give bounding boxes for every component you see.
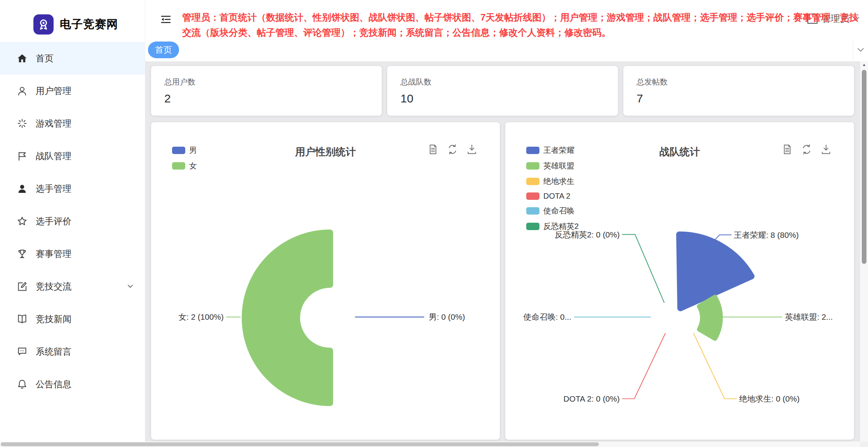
vertical-scrollbar[interactable]: ▲ <box>860 61 868 442</box>
label-line-fkjy2 <box>622 234 664 303</box>
team-flag-icon <box>17 151 27 161</box>
chevron-down-icon <box>853 17 859 21</box>
legend-item-male[interactable]: 男 <box>172 145 197 156</box>
legend-label: 女 <box>189 161 197 171</box>
team-chart-toolbox <box>781 144 832 155</box>
chevron-down-icon <box>857 48 864 52</box>
stat-value: 10 <box>400 92 618 105</box>
sidebar-item-announcements[interactable]: 公告信息 <box>0 368 145 400</box>
scrollbar-corner <box>860 442 868 447</box>
legend-swatch <box>526 207 539 215</box>
legend-swatch <box>526 223 539 230</box>
sidebar: 电子竞赛网 首页 用户管理 <box>0 0 145 442</box>
app-title: 电子竞赛网 <box>60 17 118 32</box>
legend-item-wzry[interactable]: 王者荣耀 <box>526 145 579 156</box>
sidebar-item-label: 竞技交流 <box>36 281 71 293</box>
horizontal-scrollbar-thumb[interactable] <box>1 442 599 446</box>
gender-pie-chart[interactable]: 女: 2 (100%) 男: 0 (0%) <box>151 122 500 440</box>
sidebar-item-label: 战队管理 <box>36 150 71 162</box>
pie-slice-yxlm[interactable] <box>699 297 720 339</box>
legend-item-female[interactable]: 女 <box>172 161 197 171</box>
legend-label: 绝地求生 <box>543 176 574 187</box>
label-line-dota2 <box>622 333 666 399</box>
legend-item-smzh[interactable]: 使命召唤 <box>526 206 579 216</box>
refresh-icon[interactable] <box>447 144 458 155</box>
stat-label: 总战队数 <box>400 77 618 87</box>
legend-label: 使命召唤 <box>543 206 574 216</box>
legend-swatch <box>526 178 539 185</box>
sidebar-menu: 首页 用户管理 游戏管理 战 <box>0 42 145 400</box>
team-chart-legend: 王者荣耀 英雄联盟 绝地求生 DOTA 2 <box>526 145 579 232</box>
sidebar-item-events[interactable]: 赛事管理 <box>0 237 145 270</box>
pie-label-jdqs: 绝地求生: 0 (0%) <box>739 394 800 403</box>
horizontal-scrollbar[interactable] <box>0 442 860 447</box>
legend-swatch <box>526 192 539 200</box>
star-icon <box>17 216 27 226</box>
refresh-icon[interactable] <box>801 144 812 155</box>
pie-label-female: 女: 2 (100%) <box>178 312 223 321</box>
label-line-jdqs <box>694 333 737 399</box>
edit-icon <box>17 281 27 291</box>
vertical-scrollbar-thumb[interactable] <box>862 70 866 264</box>
sidebar-item-home[interactable]: 首页 <box>0 42 145 74</box>
message-icon <box>17 347 27 357</box>
tab-overflow-button[interactable] <box>853 39 868 61</box>
stat-card-total-teams: 总战队数 10 <box>387 66 618 116</box>
sidebar-item-messages[interactable]: 系统留言 <box>0 335 145 368</box>
sidebar-item-games[interactable]: 游戏管理 <box>0 107 145 140</box>
legend-label: DOTA 2 <box>543 192 571 201</box>
pie-label-wzry: 王者荣耀: 8 (80%) <box>734 230 798 239</box>
legend-item-fkjy2[interactable]: 反恐精英2 <box>526 221 579 232</box>
stat-label: 总发帖数 <box>637 77 854 87</box>
sidebar-item-users[interactable]: 用户管理 <box>0 74 145 107</box>
scroll-up-arrow-icon[interactable]: ▲ <box>860 62 868 67</box>
sidebar-item-label: 首页 <box>36 52 54 64</box>
tab-home[interactable]: 首页 <box>148 42 179 58</box>
sidebar-item-ratings[interactable]: 选手评价 <box>0 205 145 237</box>
player-icon <box>17 184 27 194</box>
sidebar-item-label: 赛事管理 <box>36 248 71 260</box>
legend-swatch <box>172 162 185 170</box>
username-label: 管理员 <box>821 12 849 25</box>
sidebar-item-label: 公告信息 <box>36 378 71 390</box>
stat-card-total-users: 总用户数 2 <box>151 66 382 116</box>
download-icon[interactable] <box>820 144 832 155</box>
sidebar-item-news[interactable]: 竞技新闻 <box>0 303 145 335</box>
sidebar-item-label: 系统留言 <box>36 346 71 358</box>
header-user-menu[interactable]: 管理员 <box>807 12 859 25</box>
sidebar-item-players[interactable]: 选手管理 <box>0 172 145 205</box>
legend-item-jdqs[interactable]: 绝地求生 <box>526 176 579 187</box>
pie-label-smzh: 使命召唤: 0... <box>523 312 571 321</box>
stat-cards-row: 总用户数 2 总战队数 10 总发帖数 7 <box>151 66 854 116</box>
sidebar-item-label: 选手评价 <box>36 215 71 227</box>
tab-bar: 首页 <box>145 39 868 62</box>
pie-label-male: 男: 0 (0%) <box>429 312 465 321</box>
game-icon <box>17 118 27 128</box>
sidebar-item-forum[interactable]: 竞技交流 <box>0 270 145 303</box>
data-view-icon[interactable] <box>427 144 439 155</box>
pie-label-dota2: DOTA 2: 0 (0%) <box>564 394 620 403</box>
pie-label-yxlm: 英雄联盟: 2... <box>785 312 833 321</box>
legend-label: 男 <box>189 145 197 156</box>
legend-swatch <box>172 147 185 154</box>
sidebar-item-teams[interactable]: 战队管理 <box>0 140 145 172</box>
sidebar-item-label: 竞技新闻 <box>36 313 71 325</box>
legend-swatch <box>526 147 539 154</box>
collapse-sidebar-icon[interactable] <box>160 14 172 25</box>
bell-icon <box>17 379 27 389</box>
stat-card-total-posts: 总发帖数 7 <box>623 66 854 116</box>
user-icon <box>17 86 27 96</box>
gender-chart-toolbox <box>427 144 478 155</box>
legend-item-yxlm[interactable]: 英雄联盟 <box>526 161 579 171</box>
trophy-icon <box>17 249 27 259</box>
admin-notice-line2: 交流（版块分类、帖子管理、评论管理）；竞技新闻；系统留言；公告信息；修改个人资料… <box>182 25 850 40</box>
sidebar-item-label: 用户管理 <box>36 85 71 97</box>
legend-item-dota2[interactable]: DOTA 2 <box>526 192 579 201</box>
pie-slice-female[interactable] <box>245 232 330 403</box>
stat-label: 总用户数 <box>164 77 382 87</box>
data-view-icon[interactable] <box>781 144 793 155</box>
legend-label: 王者荣耀 <box>543 145 574 156</box>
download-icon[interactable] <box>466 144 478 155</box>
home-icon <box>17 53 27 63</box>
brand-logo-medal-icon <box>33 14 54 35</box>
